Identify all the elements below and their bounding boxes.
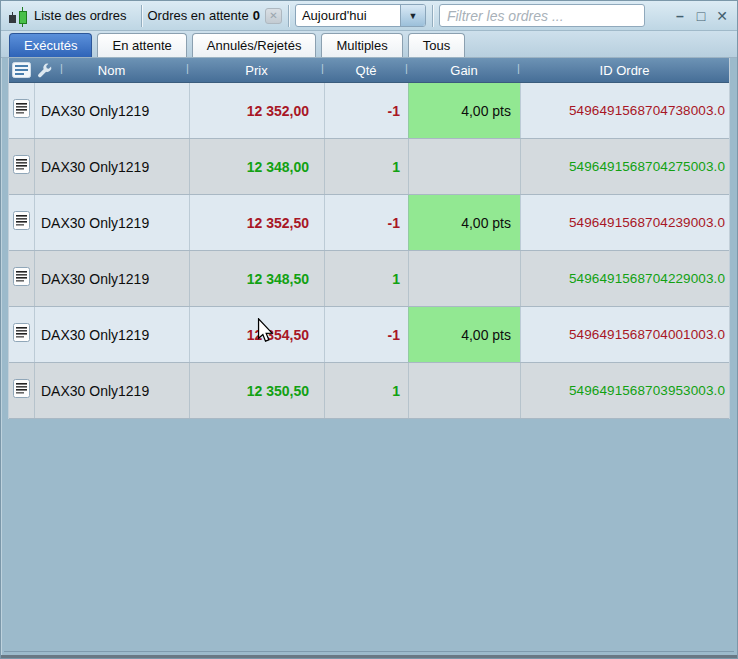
tab-label: Multiples <box>336 38 387 53</box>
order-price: 12 354,50 <box>189 307 324 362</box>
window-title: Liste des ordres <box>32 8 135 23</box>
tab-label: Annulés/Rejetés <box>207 38 302 53</box>
candlestick-chart-icon <box>7 5 29 27</box>
column-header-label: Nom <box>98 63 125 78</box>
order-icon-cell <box>9 83 34 138</box>
tab-label: Exécutés <box>24 38 77 53</box>
column-header-nom[interactable]: Nom <box>34 58 189 82</box>
pending-orders-count: 0 <box>253 8 260 23</box>
separator <box>432 5 433 27</box>
order-qty: 1 <box>324 251 408 306</box>
tab-bar: Exécutés En attente Annulés/Rejetés Mult… <box>1 31 737 58</box>
clear-pending-button[interactable]: ✕ <box>265 8 282 24</box>
order-id: 5496491568704275003.0 <box>520 139 729 194</box>
window-controls: – □ ✕ <box>671 6 731 26</box>
tab[interactable]: En attente <box>97 33 186 57</box>
column-header-label: ID Ordre <box>600 63 650 78</box>
table-row[interactable]: DAX30 Only1219 12 350,50 1 5496491568703… <box>9 363 729 419</box>
dark-candle-icon <box>9 15 16 23</box>
tab[interactable]: Exécutés <box>9 33 92 57</box>
chevron-down-icon[interactable]: ▼ <box>400 5 425 26</box>
table-body: DAX30 Only1219 12 352,00 -1 4,00 pts 549… <box>9 83 729 419</box>
minimize-button[interactable]: – <box>671 6 689 26</box>
order-name: DAX30 Only1219 <box>34 363 189 418</box>
window-bottom-edge <box>1 655 737 658</box>
order-document-icon[interactable] <box>13 99 30 122</box>
green-candle-icon <box>19 11 27 24</box>
table-row[interactable]: DAX30 Only1219 12 348,00 1 5496491568704… <box>9 139 729 195</box>
order-document-icon[interactable] <box>13 267 30 290</box>
separator <box>288 5 289 27</box>
order-price: 12 348,00 <box>189 139 324 194</box>
order-id: 5496491568704738003.0 <box>520 83 729 138</box>
table-header: Nom Prix Qté Gain ID Ordre <box>9 58 729 83</box>
order-id: 5496491568704001003.0 <box>520 307 729 362</box>
order-price: 12 348,50 <box>189 251 324 306</box>
orders-window: Liste des ordres Ordres en attente0 ✕ Au… <box>0 0 738 659</box>
close-button[interactable]: ✕ <box>713 6 731 26</box>
order-icon-cell <box>9 363 34 418</box>
order-name: DAX30 Only1219 <box>34 251 189 306</box>
column-header-label: Prix <box>245 63 267 78</box>
title-bar: Liste des ordres Ordres en attente0 ✕ Au… <box>1 1 737 31</box>
order-qty: -1 <box>324 195 408 250</box>
order-gain <box>408 363 520 418</box>
order-icon-cell <box>9 139 34 194</box>
tab[interactable]: Annulés/Rejetés <box>192 33 317 57</box>
column-header-id-ordre[interactable]: ID Ordre <box>520 58 729 82</box>
order-name: DAX30 Only1219 <box>34 195 189 250</box>
order-icon-cell <box>9 307 34 362</box>
order-gain: 4,00 pts <box>408 307 520 362</box>
order-document-icon[interactable] <box>13 323 30 346</box>
tab[interactable]: Tous <box>408 33 465 57</box>
period-dropdown[interactable]: Aujourd'hui ▼ <box>295 4 426 27</box>
tab-label: Tous <box>423 38 450 53</box>
window-frame-line <box>4 651 734 652</box>
order-price: 12 350,50 <box>189 363 324 418</box>
orders-table: Nom Prix Qté Gain ID Ordre DAX30 Only121… <box>8 58 730 419</box>
column-header-gain[interactable]: Gain <box>408 58 520 82</box>
period-dropdown-value: Aujourd'hui <box>296 5 400 26</box>
order-id: 5496491568704229003.0 <box>520 251 729 306</box>
pending-orders-label: Ordres en attente <box>148 8 249 23</box>
order-icon-cell <box>9 195 34 250</box>
pending-orders-status: Ordres en attente0 <box>148 8 260 23</box>
maximize-button[interactable]: □ <box>692 6 710 26</box>
order-gain: 4,00 pts <box>408 83 520 138</box>
column-header-qte[interactable]: Qté <box>324 58 408 82</box>
table-row[interactable]: DAX30 Only1219 12 354,50 -1 4,00 pts 549… <box>9 307 729 363</box>
order-qty: -1 <box>324 83 408 138</box>
order-name: DAX30 Only1219 <box>34 139 189 194</box>
order-price: 12 352,00 <box>189 83 324 138</box>
order-price: 12 352,50 <box>189 195 324 250</box>
order-document-icon[interactable] <box>13 155 30 178</box>
order-id: 5496491568703953003.0 <box>520 363 729 418</box>
separator <box>141 5 142 27</box>
order-gain <box>408 251 520 306</box>
tab-label: En attente <box>112 38 171 53</box>
table-row[interactable]: DAX30 Only1219 12 352,50 -1 4,00 pts 549… <box>9 195 729 251</box>
order-qty: 1 <box>324 363 408 418</box>
order-gain <box>408 139 520 194</box>
order-icon-cell <box>9 251 34 306</box>
tab[interactable]: Multiples <box>321 33 402 57</box>
order-qty: -1 <box>324 307 408 362</box>
column-header-label: Qté <box>356 63 377 78</box>
order-id: 5496491568704239003.0 <box>520 195 729 250</box>
order-name: DAX30 Only1219 <box>34 307 189 362</box>
filter-input[interactable] <box>439 4 645 27</box>
order-gain: 4,00 pts <box>408 195 520 250</box>
wrench-icon[interactable] <box>37 62 52 81</box>
table-row[interactable]: DAX30 Only1219 12 348,50 1 5496491568704… <box>9 251 729 307</box>
report-list-icon[interactable] <box>9 58 34 82</box>
order-name: DAX30 Only1219 <box>34 83 189 138</box>
order-qty: 1 <box>324 139 408 194</box>
column-header-label: Gain <box>450 63 477 78</box>
table-row[interactable]: DAX30 Only1219 12 352,00 -1 4,00 pts 549… <box>9 83 729 139</box>
order-document-icon[interactable] <box>13 211 30 234</box>
column-header-prix[interactable]: Prix <box>189 58 324 82</box>
order-document-icon[interactable] <box>13 379 30 402</box>
report-list-icon-svg <box>12 62 31 78</box>
